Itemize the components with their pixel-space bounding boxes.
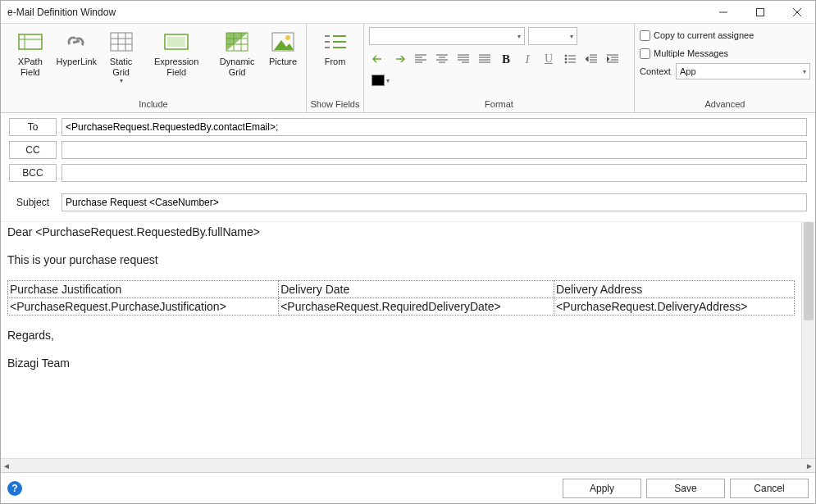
copy-assignee-label: Copy to current assignee bbox=[654, 30, 754, 40]
apply-button[interactable]: Apply bbox=[563, 479, 641, 498]
table-header-cell: Delivery Address bbox=[554, 280, 795, 297]
from-button[interactable]: From bbox=[317, 27, 353, 69]
bcc-button[interactable]: BCC bbox=[9, 164, 57, 182]
table-header-cell: Purchase Justification bbox=[8, 280, 279, 297]
body-intro: This is your purchase request bbox=[7, 252, 795, 268]
bold-button[interactable]: B bbox=[497, 50, 515, 68]
scrollbar-thumb[interactable] bbox=[804, 222, 814, 320]
svg-rect-4 bbox=[19, 34, 42, 49]
save-button[interactable]: Save bbox=[646, 479, 725, 498]
multiple-messages-row[interactable]: Multiple Messages bbox=[640, 45, 810, 61]
format-group-label: Format bbox=[364, 98, 634, 112]
window-title: e-Mail Definition Window bbox=[1, 7, 704, 18]
color-swatch-icon bbox=[372, 75, 385, 86]
subject-label: Subject bbox=[9, 197, 57, 208]
static-grid-button[interactable]: Static Grid ▾ bbox=[98, 27, 144, 86]
xpath-field-icon bbox=[17, 29, 43, 55]
minimize-button[interactable] bbox=[704, 1, 741, 24]
font-family-select[interactable]: ▾ bbox=[369, 27, 525, 45]
body-greeting: Dear <PurchaseRequest.RequestedBy.fullNa… bbox=[7, 224, 795, 240]
vertical-scrollbar[interactable] bbox=[801, 222, 815, 458]
picture-button[interactable]: Picture bbox=[265, 27, 301, 69]
svg-marker-56 bbox=[586, 57, 588, 61]
svg-marker-20 bbox=[226, 33, 248, 51]
dynamic-grid-icon bbox=[224, 29, 250, 55]
svg-marker-61 bbox=[607, 57, 609, 61]
horizontal-scrollbar[interactable]: ◄ ► bbox=[1, 458, 815, 472]
cc-button[interactable]: CC bbox=[9, 141, 57, 159]
include-group-label: Include bbox=[1, 98, 306, 112]
ribbon-group-advanced: Copy to current assignee Multiple Messag… bbox=[635, 24, 815, 112]
dynamic-grid-label: Dynamic Grid bbox=[214, 57, 260, 78]
cc-input[interactable] bbox=[62, 141, 807, 159]
expression-field-button[interactable]: Expression Field bbox=[144, 27, 209, 79]
bullet-list-button[interactable] bbox=[561, 50, 579, 68]
subject-input[interactable] bbox=[62, 193, 807, 211]
scroll-right-icon: ► bbox=[805, 461, 814, 470]
picture-icon bbox=[270, 29, 296, 55]
hyperlink-icon bbox=[63, 29, 89, 55]
expression-field-icon bbox=[163, 29, 189, 55]
multiple-messages-checkbox[interactable] bbox=[640, 48, 650, 59]
maximize-button[interactable] bbox=[741, 1, 778, 24]
svg-point-46 bbox=[565, 55, 567, 57]
align-right-button[interactable] bbox=[454, 50, 472, 68]
italic-button[interactable]: I bbox=[518, 50, 536, 68]
body-table: Purchase Justification Delivery Date Del… bbox=[7, 280, 795, 316]
from-label: From bbox=[325, 57, 346, 67]
footer: ? Apply Save Cancel bbox=[1, 472, 815, 503]
context-value: App bbox=[680, 66, 696, 76]
titlebar: e-Mail Definition Window bbox=[1, 1, 815, 24]
table-cell: <PurchaseRequest.DeliveryAddress> bbox=[554, 297, 795, 315]
table-row: Purchase Justification Delivery Date Del… bbox=[8, 280, 795, 297]
scroll-left-icon: ◄ bbox=[2, 461, 11, 470]
align-justify-button[interactable] bbox=[476, 50, 494, 68]
bcc-input[interactable] bbox=[62, 164, 807, 182]
picture-label: Picture bbox=[269, 57, 297, 67]
advanced-group-label: Advanced bbox=[635, 98, 815, 112]
undo-button[interactable] bbox=[369, 50, 387, 68]
ribbon-group-format: ▾ ▾ B I U ▾ bbox=[364, 24, 635, 112]
svg-point-22 bbox=[285, 35, 290, 40]
copy-assignee-row[interactable]: Copy to current assignee bbox=[640, 27, 810, 43]
header-fields: To CC BCC Subject bbox=[1, 113, 815, 221]
indent-button[interactable] bbox=[604, 50, 622, 68]
underline-button[interactable]: U bbox=[540, 50, 558, 68]
redo-button[interactable] bbox=[390, 50, 408, 68]
help-button[interactable]: ? bbox=[7, 481, 22, 496]
svg-rect-1 bbox=[756, 8, 764, 16]
table-cell: <PurchaseRequest.PurchaseJustification> bbox=[8, 297, 279, 315]
expression-field-label: Expression Field bbox=[148, 57, 204, 78]
ribbon: XPath Field HyperLink Static Grid ▾ Expr… bbox=[1, 24, 815, 113]
close-button[interactable] bbox=[778, 1, 815, 24]
svg-marker-23 bbox=[274, 40, 294, 50]
copy-assignee-checkbox[interactable] bbox=[640, 30, 650, 41]
xpath-field-button[interactable]: XPath Field bbox=[6, 27, 55, 79]
font-size-select[interactable]: ▾ bbox=[528, 27, 577, 45]
static-grid-label: Static Grid bbox=[103, 57, 139, 78]
svg-point-50 bbox=[565, 61, 567, 63]
cancel-button[interactable]: Cancel bbox=[730, 479, 809, 498]
align-center-button[interactable] bbox=[433, 50, 451, 68]
dynamic-grid-button[interactable]: Dynamic Grid bbox=[209, 27, 265, 79]
svg-line-7 bbox=[73, 41, 80, 43]
table-cell: <PurchaseRequest.RequiredDeliveryDate> bbox=[279, 297, 554, 315]
context-select[interactable]: App ▾ bbox=[676, 63, 810, 79]
svg-point-48 bbox=[565, 58, 567, 60]
table-header-cell: Delivery Date bbox=[279, 280, 554, 297]
ribbon-group-show-fields: From Show Fields bbox=[307, 24, 364, 112]
show-fields-group-label: Show Fields bbox=[307, 98, 363, 112]
xpath-field-label: XPath Field bbox=[11, 57, 50, 78]
body-editor[interactable]: Dear <PurchaseRequest.RequestedBy.fullNa… bbox=[1, 222, 801, 458]
align-left-button[interactable] bbox=[412, 50, 430, 68]
outdent-button[interactable] bbox=[582, 50, 600, 68]
font-color-button[interactable]: ▾ bbox=[369, 71, 392, 89]
context-label: Context bbox=[640, 66, 671, 76]
svg-rect-8 bbox=[111, 33, 132, 51]
to-button[interactable]: To bbox=[9, 118, 57, 136]
hyperlink-button[interactable]: HyperLink bbox=[55, 27, 98, 69]
svg-rect-14 bbox=[167, 37, 185, 47]
multiple-messages-label: Multiple Messages bbox=[654, 48, 728, 58]
to-input[interactable] bbox=[62, 118, 807, 136]
from-icon bbox=[322, 29, 349, 55]
